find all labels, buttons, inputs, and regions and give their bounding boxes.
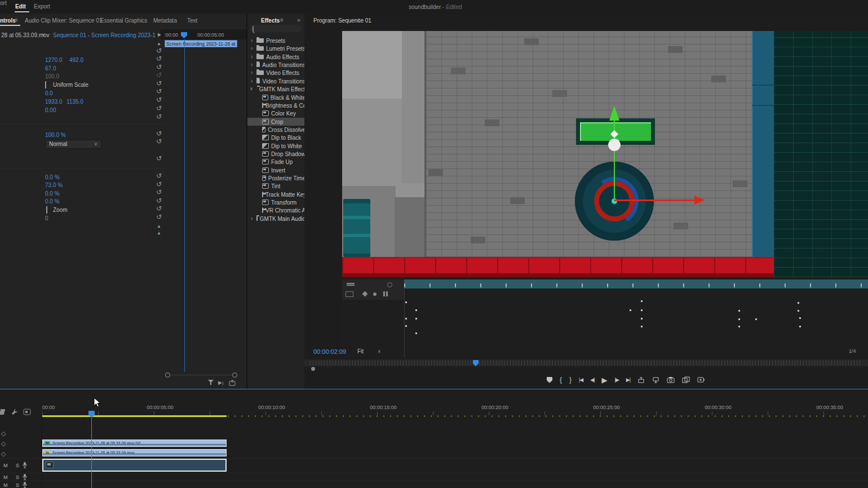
crop-bottom-value[interactable]: 0.0 % (45, 198, 60, 205)
scale-value[interactable]: 67.0 (45, 65, 56, 72)
reset-icon[interactable]: ↺ (156, 205, 162, 212)
step-back-button[interactable]: ◀| (590, 377, 594, 383)
crop-right-value[interactable]: 0.0 % (45, 190, 60, 197)
effects-tree-item[interactable]: VR Chromatic Ab (247, 206, 304, 214)
mic-icon[interactable] (22, 473, 28, 481)
crop-top-value[interactable]: 73.0 % (45, 182, 63, 188)
effects-tree-item[interactable]: ›Lumetri Presets (247, 45, 304, 52)
effects-search-input[interactable] (250, 25, 302, 32)
linked-selection-icon[interactable] (23, 409, 31, 415)
anchor-x-value[interactable]: 1933.0 (45, 99, 63, 105)
reset-icon[interactable]: ↺ (156, 105, 162, 112)
effects-tree-item[interactable]: Transform (247, 198, 304, 206)
reset-icon[interactable]: ↺ (156, 181, 162, 188)
export-frame-button[interactable] (667, 376, 675, 383)
program-playhead-marker[interactable] (473, 360, 479, 366)
program-panel-menu-icon[interactable]: ≡ (357, 17, 361, 23)
crop-zoom-checkbox[interactable] (46, 206, 47, 214)
source-clip-dropdown-icon[interactable]: ∨ (42, 32, 45, 38)
mark-out-button[interactable]: } (569, 376, 572, 384)
program-scrollbar[interactable] (304, 367, 868, 370)
clip-fx-badge-dark[interactable] (46, 462, 54, 468)
effects-tree-item[interactable]: Dip to Black (247, 134, 304, 141)
effects-tree-item[interactable]: ›Audio Effects (247, 53, 304, 61)
reset-icon[interactable]: ↺ (156, 55, 162, 62)
mini-timeline-zoom-rail[interactable] (168, 375, 235, 375)
mic-icon[interactable] (22, 481, 28, 488)
reset-icon[interactable]: ↺ (156, 88, 162, 95)
lift-button[interactable] (637, 376, 645, 384)
reset-icon[interactable]: ↺ (156, 80, 162, 87)
uniform-scale-checkbox[interactable] (45, 81, 46, 88)
effects-tree-item[interactable]: Color Key (247, 109, 304, 117)
tab-audio-clip-mixer[interactable]: Audio Clip Mixer: Sequence 01 (25, 17, 102, 24)
effects-tree-item[interactable]: ›Video Effects (247, 69, 304, 77)
tab-essential-graphics[interactable]: Essential Graphics (100, 17, 147, 24)
mark-in-button[interactable]: { (560, 376, 562, 384)
effects-tree-item[interactable]: Brightness & Co (247, 101, 304, 109)
goto-out-button[interactable]: ▶| (626, 377, 630, 383)
effects-tree-item[interactable]: Cross Dissolve (247, 126, 304, 134)
tab-text[interactable]: Text (187, 17, 197, 24)
export-keyframes-icon[interactable] (229, 379, 236, 386)
crop-left-value[interactable]: 0.0 % (45, 174, 60, 180)
effect-controls-mini-timeline[interactable]: :00:00 00:00:05:00 (161, 29, 246, 39)
solo-button[interactable]: S (16, 474, 19, 480)
filter-properties-icon[interactable] (208, 380, 214, 385)
step-forward-button[interactable]: |▶ (615, 377, 619, 383)
mic-icon[interactable] (22, 462, 28, 469)
effects-tree-item[interactable]: Track Matte Key (247, 190, 304, 198)
effects-tree-item[interactable]: Drop Shadow (247, 150, 304, 158)
add-marker-button[interactable] (547, 377, 552, 383)
zoom-rail-handle-right[interactable] (232, 372, 237, 378)
reset-icon[interactable]: ↺ (156, 72, 162, 78)
effects-tree-item[interactable]: Fade Up (247, 158, 304, 166)
reset-icon[interactable]: ↺ (156, 155, 162, 162)
tab-effect-controls[interactable]: ntrols (0, 17, 16, 24)
section-collapse-icon[interactable]: ▲ (157, 224, 161, 229)
solo-button[interactable]: S (16, 482, 19, 488)
mini-timeline-collapse-icon[interactable]: ▲ (157, 41, 161, 47)
panel-menu-icon[interactable]: ≡ (15, 17, 18, 23)
work-area-bar[interactable] (42, 415, 227, 417)
rotation-value[interactable]: 0.0 (45, 90, 53, 96)
panel-overflow-icon[interactable]: » (297, 17, 300, 23)
tab-program[interactable]: Program: Sequence 01 (313, 17, 371, 24)
reset-icon[interactable]: ↺ (156, 197, 162, 204)
gizmo-y-axis-arrow[interactable] (609, 106, 619, 121)
reset-icon[interactable]: ↺ (156, 189, 162, 196)
reset-icon[interactable]: ↺ (156, 130, 162, 137)
timeline-clip-video[interactable]: fx Screen Recording 2023-11-28 at 05.33.… (42, 440, 227, 447)
video-track-toggle-icon[interactable]: ◇ (1, 441, 6, 446)
anti-flicker-value[interactable]: 0.00 (45, 107, 56, 113)
position-x-value[interactable]: 1270.0 (45, 57, 63, 63)
gizmo-x-axis-arrow[interactable] (694, 196, 705, 205)
gizmo-anchor-handle[interactable] (608, 139, 621, 151)
button-editor-button[interactable] (697, 376, 705, 383)
menu-import[interactable]: ort (0, 0, 7, 6)
effects-tree-item[interactable]: Black & White (247, 94, 304, 101)
solo-button[interactable]: S (16, 463, 19, 468)
effects-tree-item[interactable]: ∨GMTK Main Effects (247, 85, 304, 93)
effects-tree-item[interactable]: Dip to White (247, 142, 304, 150)
program-scrollbar-handle[interactable] (311, 367, 315, 371)
timeline-playhead-line[interactable] (91, 412, 92, 488)
tab-metadata[interactable]: Metadata (153, 17, 177, 24)
effects-tree-item[interactable]: Posterize Time (247, 174, 304, 182)
menu-export[interactable]: Export (34, 3, 50, 10)
effects-tree-item[interactable]: ›Presets (247, 37, 304, 45)
wrench-icon[interactable] (11, 408, 19, 416)
reset-icon[interactable]: ↺ (156, 138, 162, 145)
section-collapse-icon[interactable]: ▲ (157, 230, 161, 236)
video-track-toggle-icon[interactable]: ◇ (1, 451, 6, 456)
reset-icon[interactable]: ↺ (156, 64, 162, 70)
extract-button[interactable] (652, 376, 659, 384)
playback-resolution[interactable]: 1/4 (849, 348, 856, 354)
sequence-breadcrumb[interactable]: Sequence 01 - Screen Recording 2023-11-2… (53, 32, 156, 38)
mute-button[interactable]: M (3, 482, 8, 488)
effects-tree-item[interactable]: ›Video Transitions (247, 77, 304, 85)
program-scrubber[interactable] (304, 360, 868, 366)
gizmo-x-axis-line[interactable] (614, 199, 694, 201)
effects-tree-item[interactable]: Invert (247, 166, 304, 174)
gizmo-y-axis-line[interactable] (614, 112, 615, 201)
